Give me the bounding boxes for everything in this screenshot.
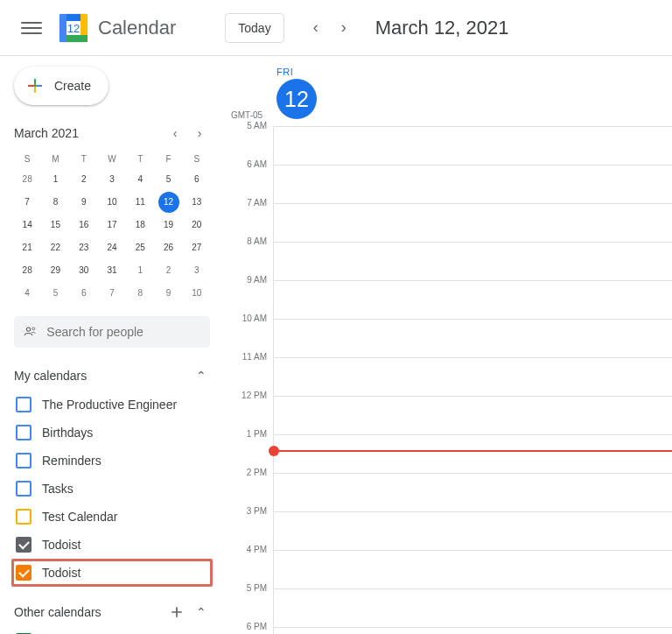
calendar-item[interactable]: Todoist	[14, 533, 210, 556]
mini-day[interactable]: 28	[17, 260, 38, 281]
mini-day[interactable]: 1	[130, 260, 150, 281]
calendar-checkbox[interactable]	[16, 397, 32, 412]
mini-day[interactable]: 14	[17, 215, 38, 236]
hour-label: 10 AM	[232, 313, 267, 323]
today-button[interactable]: Today	[225, 13, 284, 43]
search-people[interactable]	[14, 316, 210, 348]
mini-day[interactable]: 9	[74, 192, 94, 213]
hour-label: 3 PM	[232, 506, 267, 516]
mini-day[interactable]: 2	[158, 260, 179, 281]
mini-day[interactable]: 19	[158, 215, 179, 236]
mini-day[interactable]: 8	[45, 192, 66, 213]
mini-day[interactable]: 4	[130, 169, 150, 190]
day-number-badge[interactable]: 12	[276, 79, 317, 119]
calendar-item[interactable]: Todoist	[11, 559, 213, 587]
my-calendars-header[interactable]: My calendars ⌃	[14, 363, 210, 388]
mini-next-month[interactable]: ›	[189, 123, 210, 144]
timezone-label: GMT-05	[231, 110, 262, 120]
hour-row[interactable]: 9 AM	[274, 280, 672, 319]
mini-day[interactable]: 26	[158, 237, 179, 258]
svg-text:12: 12	[67, 22, 80, 35]
next-period-button[interactable]: ›	[330, 14, 358, 42]
calendar-checkbox[interactable]	[16, 481, 32, 497]
mini-day[interactable]: 31	[102, 260, 122, 281]
mini-day[interactable]: 20	[186, 215, 207, 236]
mini-day[interactable]: 23	[74, 237, 94, 258]
hour-row[interactable]: 12 PM	[274, 396, 672, 434]
chevron-up-icon: ⌃	[192, 603, 210, 621]
mini-day[interactable]: 10	[186, 283, 207, 304]
calendar-checkbox[interactable]	[16, 425, 32, 440]
hour-row[interactable]: 5 AM	[274, 126, 672, 165]
mini-day[interactable]: 3	[102, 169, 122, 190]
mini-day[interactable]: 8	[130, 283, 150, 304]
mini-day[interactable]: 7	[102, 283, 122, 304]
hour-row[interactable]: 2 PM	[274, 473, 672, 511]
mini-day[interactable]: 2	[74, 169, 94, 190]
mini-day[interactable]: 30	[74, 260, 94, 281]
hour-row[interactable]: 3 PM	[274, 511, 672, 550]
mini-day[interactable]: 18	[130, 215, 150, 236]
hour-label: 6 PM	[232, 622, 267, 631]
hour-row[interactable]: 6 PM	[274, 627, 672, 634]
other-calendars-header[interactable]: Other calendars ⌃	[14, 600, 210, 624]
hour-row[interactable]: 5 PM	[274, 588, 672, 627]
mini-day[interactable]: 21	[17, 237, 38, 258]
hour-label: 11 AM	[232, 352, 267, 362]
create-button[interactable]: Create	[14, 67, 108, 105]
mini-day[interactable]: 13	[186, 192, 207, 213]
mini-day[interactable]: 28	[17, 169, 38, 190]
calendar-checkbox[interactable]	[16, 565, 32, 581]
mini-day[interactable]: 29	[45, 260, 66, 281]
calendar-checkbox[interactable]	[16, 537, 32, 553]
mini-day[interactable]: 6	[186, 169, 207, 190]
mini-day[interactable]: 7	[17, 192, 38, 213]
mini-day[interactable]: 25	[130, 237, 150, 258]
calendar-checkbox[interactable]	[16, 509, 32, 525]
hour-grid[interactable]: 5 AM6 AM7 AM8 AM9 AM10 AM11 AM12 PM1 PM2…	[273, 126, 672, 634]
calendar-item[interactable]: Birthdays	[14, 421, 210, 444]
mini-day[interactable]: 22	[45, 237, 66, 258]
hour-row[interactable]: 6 AM	[274, 165, 672, 203]
calendar-item[interactable]: Tasks	[14, 477, 210, 500]
mini-day[interactable]: 15	[45, 215, 66, 236]
calendar-item[interactable]: Test Calendar	[14, 505, 210, 528]
mini-day[interactable]: 10	[102, 192, 122, 213]
app-logo[interactable]: 12 Calendar	[56, 11, 176, 46]
hour-label: 1 PM	[232, 429, 267, 439]
hour-row[interactable]: 1 PM	[274, 434, 672, 473]
mini-day[interactable]: 24	[102, 237, 122, 258]
mini-day[interactable]: 4	[17, 283, 38, 304]
add-calendar-icon[interactable]	[168, 603, 186, 621]
hour-row[interactable]: 11 AM	[274, 357, 672, 396]
menu-icon[interactable]	[14, 11, 49, 46]
app-header: 12 Calendar Today ‹ › March 12, 2021	[0, 0, 672, 56]
calendar-item[interactable]: The Productive Engineer	[14, 393, 210, 416]
mini-day[interactable]: 16	[74, 215, 94, 236]
mini-day[interactable]: 12	[158, 192, 179, 213]
mini-day[interactable]: 6	[74, 283, 94, 304]
mini-day[interactable]: 9	[158, 283, 179, 304]
hour-row[interactable]: 7 AM	[274, 203, 672, 242]
search-input[interactable]	[46, 325, 201, 339]
mini-day[interactable]: 11	[130, 192, 150, 213]
mini-day[interactable]: 1	[45, 169, 66, 190]
calendar-item[interactable]: Reminders	[14, 449, 210, 472]
svg-rect-4	[60, 14, 66, 42]
hour-row[interactable]: 8 AM	[274, 242, 672, 280]
hour-row[interactable]: 4 PM	[274, 550, 672, 588]
mini-day[interactable]: 5	[158, 169, 179, 190]
hour-row[interactable]: 10 AM	[274, 319, 672, 357]
mini-dow: W	[99, 151, 125, 167]
calendar-item[interactable]: Holidays in United States	[14, 630, 210, 634]
mini-day[interactable]: 27	[186, 237, 207, 258]
mini-prev-month[interactable]: ‹	[164, 123, 186, 144]
calendar-checkbox[interactable]	[16, 453, 32, 468]
current-time-dot	[269, 446, 279, 456]
mini-day[interactable]: 17	[102, 215, 122, 236]
prev-period-button[interactable]: ‹	[302, 14, 330, 42]
mini-dow: M	[42, 151, 68, 167]
mini-dow: S	[184, 151, 210, 167]
mini-day[interactable]: 5	[45, 283, 66, 304]
mini-day[interactable]: 3	[186, 260, 207, 281]
